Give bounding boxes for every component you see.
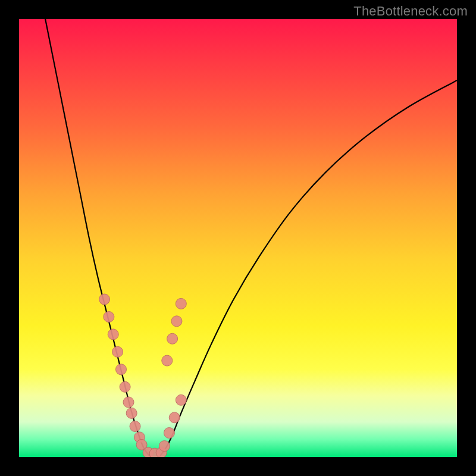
bottleneck-curve-svg (19, 19, 457, 457)
data-marker (99, 294, 110, 305)
data-marker (159, 441, 170, 452)
data-marker (162, 355, 173, 366)
watermark-text: TheBottleneck.com (353, 4, 468, 19)
curve-layer (45, 19, 457, 457)
plot-area (19, 19, 457, 457)
data-marker (123, 397, 134, 408)
data-marker (164, 428, 174, 439)
data-marker (176, 394, 186, 405)
data-marker (115, 364, 126, 375)
curve-right-branch (159, 80, 457, 457)
data-marker (130, 421, 140, 431)
data-marker (167, 333, 178, 344)
chart-frame: TheBottleneck.com (0, 0, 476, 476)
data-marker (171, 316, 182, 327)
data-marker (169, 412, 180, 423)
data-marker (176, 298, 186, 309)
curve-left-branch (45, 19, 151, 457)
data-marker (112, 346, 123, 357)
data-marker (104, 311, 114, 322)
marker-layer (99, 294, 187, 457)
data-marker (108, 329, 118, 340)
data-marker (120, 381, 130, 392)
data-marker (126, 408, 137, 418)
